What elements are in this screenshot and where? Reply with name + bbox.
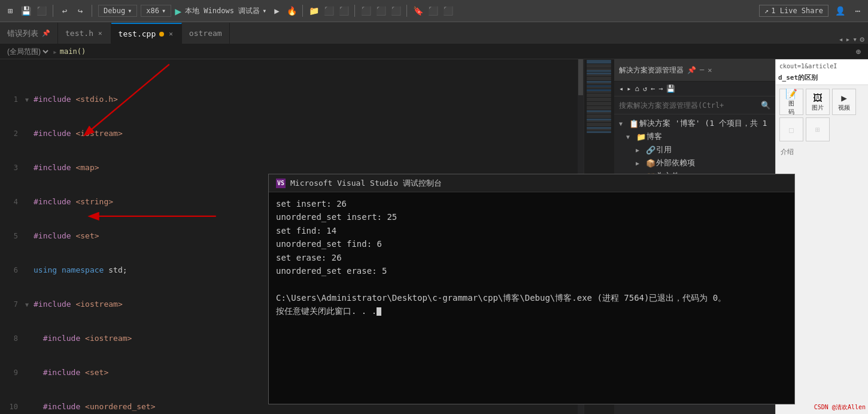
tab-test-h[interactable]: test.h ✕ — [58, 23, 111, 44]
video-action-btn[interactable]: ▶ 视频 — [832, 89, 856, 115]
chevron-down-icon: ▾ — [128, 7, 132, 15]
scope-select[interactable]: (全局范围) — [5, 47, 50, 56]
toolbar-right: ↗ 1 Live Share 👤 ⋯ — [759, 4, 864, 17]
home-icon[interactable]: ⌂ — [635, 84, 639, 93]
refresh-icon[interactable]: ↺ — [643, 84, 647, 93]
image-icon: 🖼 — [813, 92, 823, 104]
tab-dropdown-icon[interactable]: ▾ — [852, 35, 857, 44]
flame-icon[interactable]: 🔥 — [285, 4, 298, 17]
back-icon[interactable]: ◂ — [619, 84, 623, 93]
live-share-button[interactable]: ↗ 1 Live Share — [759, 5, 828, 17]
tree-project[interactable]: ▼ 📁 博客 — [614, 130, 775, 143]
breadcrumb-bar: (全局范围) ▸ main() ⊕ — [0, 44, 868, 59]
toolbar: ⊞ 💾 ⬛ ↩ ↪ Debug ▾ x86 ▾ ▶ 本地 Windows 调试器… — [0, 0, 868, 22]
breadcrumb-function: main() — [60, 47, 86, 56]
tree-arrow-ext: ▶ — [636, 160, 645, 167]
forward2-icon[interactable]: → — [658, 84, 663, 93]
panel-search: 🔍 — [614, 96, 775, 114]
close-icon2[interactable]: ✕ — [168, 29, 174, 38]
vs-icon: VS — [276, 179, 286, 188]
folder-icon[interactable]: 📁 — [307, 4, 320, 17]
rect-icon2: ⊞ — [815, 125, 820, 134]
tab-error-list[interactable]: 错误列表 📌 — [0, 23, 58, 44]
rect-icon1: □ — [789, 125, 794, 134]
redo-icon[interactable]: ↪ — [74, 4, 87, 17]
pin-icon[interactable]: 📌 — [687, 66, 696, 74]
save-icon2[interactable]: 💾 — [666, 84, 675, 93]
bookmark-icon[interactable]: 🔖 — [411, 4, 424, 17]
tab-test-cpp[interactable]: test.cpp ✕ — [111, 23, 182, 44]
close-icon[interactable]: ✕ — [97, 29, 104, 38]
save-icon[interactable]: 💾 — [19, 4, 32, 17]
search-input[interactable] — [619, 101, 761, 110]
image-label: 图片 — [812, 104, 824, 112]
project-icon: 📁 — [636, 132, 647, 141]
debug-line-5: set erase: 26 — [276, 251, 787, 264]
code-icon: 📝 — [785, 88, 797, 99]
back2-icon[interactable]: ← — [651, 84, 655, 93]
rect-btn1[interactable]: □ — [779, 117, 803, 141]
nav4-icon[interactable]: ⬛ — [389, 4, 402, 17]
local-debugger-label[interactable]: 本地 Windows 调试器 ▾ — [185, 6, 266, 16]
debug-line-7 — [276, 277, 787, 291]
nav3-icon[interactable]: ⬛ — [374, 4, 387, 17]
tab-label: test.cpp — [119, 29, 156, 38]
undo-icon[interactable]: ↩ — [58, 4, 71, 17]
new-file-icon[interactable]: ⊞ — [4, 4, 17, 17]
run2-icon[interactable]: ▶ — [270, 4, 283, 17]
tree-references[interactable]: ▶ 🔗 引用 — [614, 143, 775, 156]
nav2-icon[interactable]: ⬛ — [359, 4, 372, 17]
cursor-blink — [377, 307, 381, 316]
forward-icon[interactable]: ▸ — [627, 84, 631, 93]
arch-dropdown[interactable]: x86 ▾ — [141, 5, 171, 17]
project-label: 博客 — [647, 131, 662, 142]
bookmark2-icon[interactable]: ⬛ — [426, 4, 439, 17]
breadcrumb-add-icon[interactable]: ⊕ — [856, 47, 861, 56]
profile-icon[interactable]: 👤 — [833, 4, 846, 17]
live-share-icon: ↗ — [764, 7, 769, 15]
nav1-icon[interactable]: ⬛ — [337, 4, 350, 17]
tab-bar-actions: ◂ ▸ ▾ ⚙ — [835, 35, 868, 44]
save-all-icon[interactable]: ⬛ — [35, 4, 48, 17]
modified-dot — [159, 32, 164, 37]
bookmark3-icon[interactable]: ⬛ — [441, 4, 454, 17]
close-icon[interactable]: ✕ — [708, 66, 712, 74]
breakpoint-icon[interactable]: ⬛ — [322, 4, 335, 17]
tab-scroll-left-icon[interactable]: ◂ — [839, 35, 843, 44]
caption-label: 介绍 — [776, 145, 868, 159]
run-button[interactable]: ▶ — [175, 5, 181, 17]
panel-title: 解决方案资源管理器 — [619, 65, 684, 75]
debug-console-body[interactable]: set insert: 26 unordered_set insert: 25 … — [269, 192, 794, 404]
tab-bar: 错误列表 📌 test.h ✕ test.cpp ✕ ostream ◂ ▸ ▾… — [0, 22, 868, 44]
arch-label: x86 — [146, 7, 159, 15]
code-action-btn[interactable]: 📝 图 码 — [779, 89, 803, 115]
toolbar-mid-icons: ▶ 🔥 📁 ⬛ ⬛ ⬛ ⬛ ⬛ 🔖 ⬛ ⬛ — [270, 4, 454, 17]
breadcrumb-right-actions: ⊕ — [856, 47, 863, 56]
sep2 — [92, 5, 92, 17]
tab-ostream[interactable]: ostream — [182, 23, 230, 44]
article-title: d_set的区别 — [778, 73, 866, 82]
sep3 — [302, 5, 303, 17]
tree-solution[interactable]: ▼ 📋 解决方案 '博客' (1 个项目，共 1 — [614, 117, 775, 130]
rect-btn2[interactable]: ⊞ — [806, 117, 830, 141]
video-icon: ▶ — [841, 92, 847, 104]
scrollbar-thumb[interactable] — [578, 59, 583, 95]
minimize-icon[interactable]: ─ — [700, 66, 704, 74]
ext-label: 外部依赖项 — [656, 158, 695, 168]
tab-label: test.h — [65, 29, 93, 38]
code-line-3: 3 #include <map> — [0, 162, 584, 173]
more-icon[interactable]: ⋯ — [851, 4, 864, 17]
tab-scroll-right-icon[interactable]: ▸ — [846, 35, 851, 44]
settings-icon[interactable]: ⚙ — [860, 35, 864, 44]
code-label: 图 — [788, 99, 794, 108]
far-right-header: ckout=1&articleI d_set的区别 — [776, 59, 868, 85]
tree-arrow-ref: ▶ — [636, 147, 645, 153]
url-bar: ckout=1&articleI — [778, 62, 866, 71]
sep4 — [354, 5, 355, 17]
debug-config-dropdown[interactable]: Debug ▾ — [98, 5, 137, 17]
search-icon[interactable]: 🔍 — [761, 101, 770, 110]
ext-icon: 📦 — [645, 159, 656, 168]
debug-console-title-text: Microsoft Visual Studio 调试控制台 — [290, 178, 442, 189]
image-action-btn[interactable]: 🖼 图片 — [806, 89, 830, 115]
tree-external-deps[interactable]: ▶ 📦 外部依赖项 — [614, 156, 775, 170]
